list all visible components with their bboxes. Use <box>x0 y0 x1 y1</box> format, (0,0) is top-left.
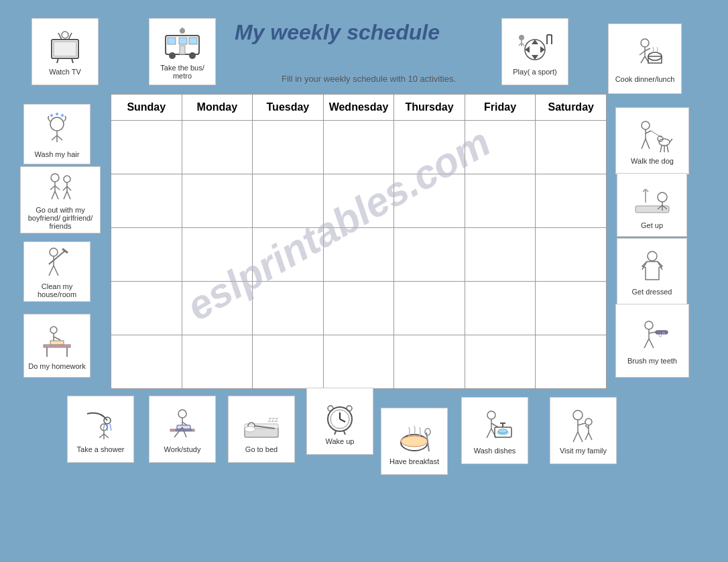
have-breakfast-icon <box>391 417 438 457</box>
svg-line-128 <box>335 431 336 435</box>
activity-work-study: Work/study <box>149 396 216 463</box>
cell[interactable] <box>465 174 536 228</box>
take-bus-label: Take the bus/ metro <box>152 64 213 80</box>
schedule-table-container: Sunday Monday Tuesday Wednesday Thursday… <box>111 94 607 389</box>
svg-point-108 <box>178 410 186 418</box>
activity-wash-hair: Wash my hair <box>23 104 90 164</box>
svg-line-4 <box>58 33 62 40</box>
svg-line-129 <box>344 431 345 435</box>
svg-line-148 <box>578 432 583 442</box>
svg-line-107 <box>104 434 109 438</box>
cell[interactable] <box>536 121 607 174</box>
svg-line-58 <box>49 251 65 264</box>
activity-take-bus: Take the bus/ metro <box>149 18 216 85</box>
cell[interactable] <box>536 174 607 228</box>
cell[interactable] <box>111 282 182 335</box>
svg-rect-13 <box>180 46 185 54</box>
cell[interactable] <box>394 228 465 282</box>
svg-line-41 <box>52 135 57 140</box>
svg-point-55 <box>50 248 58 256</box>
clean-house-icon <box>34 245 80 282</box>
cell[interactable] <box>465 121 536 174</box>
svg-point-126 <box>328 406 333 411</box>
cell[interactable] <box>253 282 324 335</box>
svg-point-28 <box>641 39 649 47</box>
cell[interactable] <box>323 121 394 174</box>
svg-line-73 <box>646 139 650 149</box>
cell[interactable] <box>111 335 182 389</box>
cell[interactable] <box>253 121 324 174</box>
svg-point-24 <box>519 35 524 40</box>
cell[interactable] <box>182 335 253 389</box>
day-friday: Friday <box>465 95 536 121</box>
svg-line-61 <box>54 266 58 276</box>
activity-walk-dog: Walk the dog <box>615 107 689 174</box>
page-title: My weekly schedule <box>235 20 440 45</box>
svg-point-37 <box>50 114 53 117</box>
do-homework-icon <box>34 322 80 362</box>
visit-family-label: Visit my family <box>560 447 607 455</box>
svg-line-77 <box>660 146 662 152</box>
svg-rect-68 <box>50 341 64 345</box>
cell[interactable] <box>323 174 394 228</box>
activity-get-up: Get up <box>617 173 687 237</box>
cell[interactable] <box>182 282 253 335</box>
activity-cook-dinner: Cook dinner/lunch <box>608 23 682 94</box>
svg-line-31 <box>645 48 650 51</box>
cell[interactable] <box>182 174 253 228</box>
svg-line-72 <box>642 139 646 149</box>
cell[interactable] <box>323 282 394 335</box>
wash-dishes-label: Wash dishes <box>474 447 516 455</box>
do-homework-label: Do my homework <box>28 362 86 370</box>
cell[interactable] <box>394 282 465 335</box>
cell[interactable] <box>323 228 394 282</box>
svg-line-46 <box>55 186 60 190</box>
svg-point-133 <box>425 429 430 435</box>
cell[interactable] <box>253 228 324 282</box>
cell[interactable] <box>465 282 536 335</box>
cell[interactable] <box>253 174 324 228</box>
cell[interactable] <box>253 335 324 389</box>
cell[interactable] <box>394 174 465 228</box>
cell[interactable] <box>323 335 394 389</box>
cell[interactable] <box>111 174 182 228</box>
svg-point-6 <box>62 32 68 38</box>
take-shower-label: Take a shower <box>77 445 125 453</box>
svg-point-36 <box>50 117 64 131</box>
svg-point-62 <box>50 327 57 333</box>
wash-hair-icon <box>34 110 80 150</box>
cell[interactable] <box>536 335 607 389</box>
walk-dog-label: Walk the dog <box>631 157 674 165</box>
cell[interactable] <box>182 228 253 282</box>
svg-rect-95 <box>656 331 668 334</box>
cell[interactable] <box>182 121 253 174</box>
cell[interactable] <box>465 228 536 282</box>
cell[interactable] <box>111 121 182 174</box>
svg-line-47 <box>52 191 55 199</box>
svg-line-54 <box>67 191 70 199</box>
svg-line-153 <box>589 433 592 440</box>
svg-rect-112 <box>177 425 190 429</box>
cell[interactable] <box>536 282 607 335</box>
svg-line-97 <box>649 339 654 348</box>
activity-play-sport: Play( a sport) <box>501 18 568 85</box>
cell[interactable] <box>536 228 607 282</box>
cell[interactable] <box>394 121 465 174</box>
cell[interactable] <box>465 335 536 389</box>
svg-line-146 <box>578 423 585 425</box>
get-up-label: Get up <box>641 221 663 229</box>
svg-line-94 <box>649 332 656 333</box>
activity-go-to-bed: zzz Go to bed <box>228 396 295 463</box>
take-bus-icon <box>159 23 206 64</box>
svg-line-64 <box>54 337 60 340</box>
cell[interactable] <box>111 228 182 282</box>
walk-dog-icon <box>629 117 676 157</box>
svg-point-98 <box>659 334 662 337</box>
table-row <box>111 282 607 335</box>
cell[interactable] <box>394 335 465 389</box>
svg-line-96 <box>644 339 649 348</box>
table-row <box>111 335 607 389</box>
svg-line-137 <box>487 429 491 438</box>
wash-dishes-icon <box>471 406 518 447</box>
svg-point-92 <box>645 321 653 329</box>
